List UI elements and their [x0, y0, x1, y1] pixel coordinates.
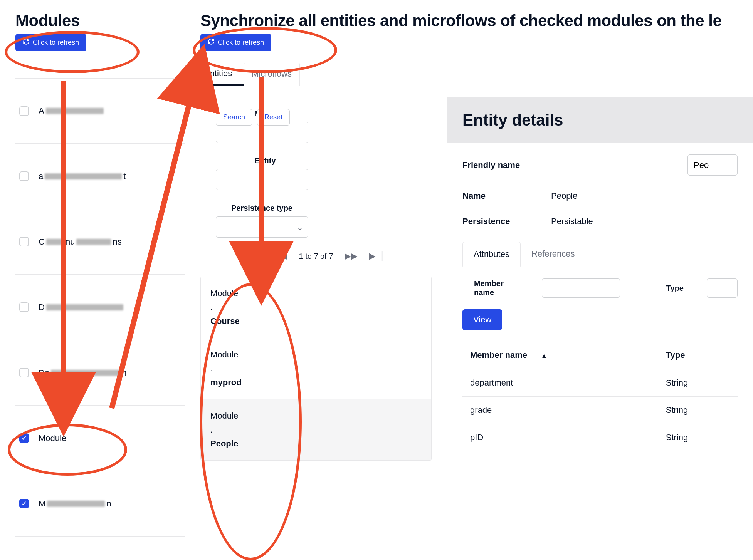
checkbox[interactable] — [19, 499, 29, 508]
attributes-table: Member name ▲ Type department String — [462, 342, 738, 451]
tab-attributes[interactable]: Attributes — [462, 242, 521, 267]
pager-prev-icon[interactable]: ◀◀ — [274, 251, 287, 261]
table-row[interactable]: grade String — [462, 397, 738, 424]
col-member[interactable]: Member name ▲ — [462, 342, 658, 369]
modules-title: Modules — [15, 12, 185, 30]
refresh-sync-button[interactable]: Click to refresh — [200, 34, 271, 51]
module-list: A at Cmuns D — [15, 78, 185, 537]
detail-title: Entity details — [462, 111, 738, 129]
reset-button[interactable]: Reset — [257, 109, 290, 126]
module-row[interactable]: Dan — [15, 340, 185, 406]
tab-microflows[interactable]: Microflows — [244, 63, 300, 86]
type-filter-label: Type — [666, 284, 684, 293]
module-label: Cmuns — [39, 237, 122, 247]
tab-entities[interactable]: Entities — [200, 63, 244, 86]
checkbox[interactable] — [19, 368, 29, 377]
sync-title: Synchronize all entities and microflows … — [200, 12, 753, 30]
persistence-filter-label: Persistence type — [216, 204, 416, 213]
refresh-icon — [208, 38, 215, 47]
module-label: Module — [39, 433, 66, 443]
module-label: Dan — [39, 368, 126, 378]
checkbox[interactable] — [19, 433, 29, 443]
entity-tabs: Entities Microflows — [200, 63, 753, 86]
entity-card[interactable]: Module . myprod — [201, 338, 431, 399]
pager-text: 1 to 7 of 7 — [299, 252, 333, 261]
search-area: Module Search Reset Entity — [200, 97, 432, 238]
entity-list: Module . Course Module . myprod Module .… — [200, 277, 432, 461]
persistence-label: Persistence — [462, 216, 551, 226]
pager-last-icon[interactable]: ▶▕ — [369, 251, 382, 261]
module-row[interactable]: A — [15, 78, 185, 144]
checkbox[interactable] — [19, 106, 29, 116]
module-label: D — [39, 302, 123, 312]
col-type[interactable]: Type — [658, 342, 738, 369]
table-row[interactable]: department String — [462, 369, 738, 397]
view-button[interactable]: View — [462, 309, 502, 330]
module-row[interactable]: Mn — [15, 471, 185, 537]
detail-header: Entity details — [447, 97, 753, 143]
member-name-filter-input[interactable] — [542, 278, 620, 298]
entity-card[interactable]: Module . People — [201, 399, 431, 460]
checkbox[interactable] — [19, 171, 29, 181]
member-name-filter-label: Member name — [474, 279, 519, 297]
sync-panel: Synchronize all entities and microflows … — [193, 0, 753, 537]
checkbox[interactable] — [19, 302, 29, 312]
module-row[interactable]: D — [15, 275, 185, 340]
pager: ▏◀ ◀◀ 1 to 7 of 7 ▶▶ ▶▕ — [200, 251, 432, 261]
friendly-name-label: Friendly name — [462, 160, 551, 170]
name-value: People — [551, 191, 578, 201]
name-label: Name — [462, 191, 551, 201]
module-label: Mn — [39, 499, 111, 509]
module-row[interactable]: Cmuns — [15, 209, 185, 275]
module-row[interactable]: Module — [15, 406, 185, 471]
entity-filter-input[interactable] — [216, 169, 308, 190]
tab-references[interactable]: References — [521, 242, 586, 267]
search-button[interactable]: Search — [216, 109, 252, 126]
table-row[interactable]: pID String — [462, 424, 738, 451]
checkbox[interactable] — [19, 237, 29, 246]
detail-tabs: Attributes References — [462, 242, 738, 267]
type-filter-input[interactable] — [707, 278, 738, 298]
module-label: A — [39, 106, 104, 116]
persistence-filter-select[interactable]: ⌄ — [216, 216, 308, 238]
pager-first-icon[interactable]: ▏◀ — [250, 251, 263, 261]
pager-next-icon[interactable]: ▶▶ — [345, 251, 358, 261]
friendly-name-input[interactable] — [687, 154, 738, 176]
sort-asc-icon: ▲ — [541, 352, 547, 359]
chevron-down-icon: ⌄ — [297, 223, 303, 232]
entity-card[interactable]: Module . Course — [201, 277, 431, 338]
refresh-icon — [23, 38, 30, 47]
entity-details-panel: Entity details Friendly name Name People… — [447, 97, 753, 463]
refresh-modules-button[interactable]: Click to refresh — [15, 34, 86, 51]
module-label: at — [39, 171, 126, 181]
persistence-value: Persistable — [551, 216, 593, 226]
modules-panel: Modules Click to refresh A at — [0, 0, 193, 537]
module-row[interactable]: at — [15, 144, 185, 209]
entity-filter-label: Entity — [216, 156, 416, 165]
